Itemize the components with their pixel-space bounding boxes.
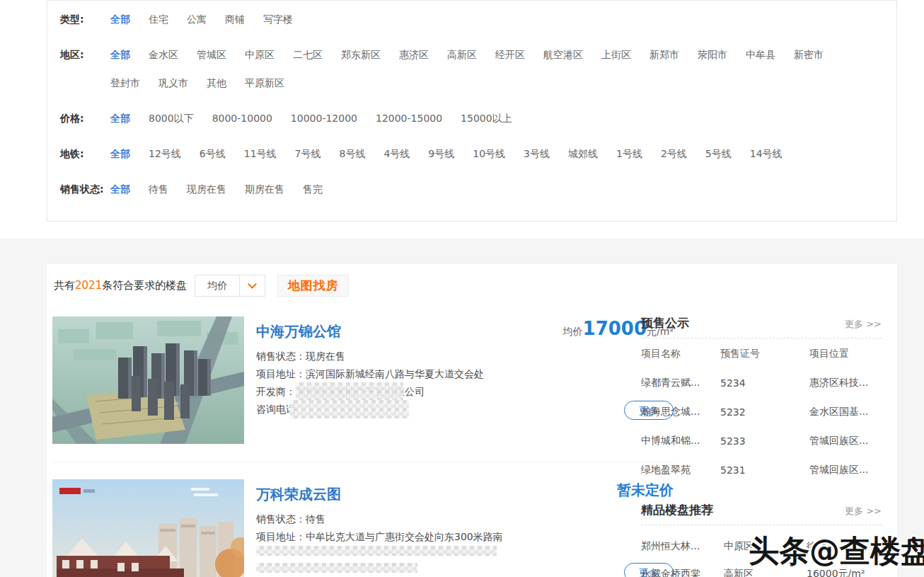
listing-image[interactable]: [52, 479, 244, 577]
featured-more-link[interactable]: 更多 >>: [845, 505, 882, 518]
filter-option[interactable]: 郑东新区: [341, 47, 381, 62]
filter-option[interactable]: 巩义市: [158, 76, 188, 90]
filter-option[interactable]: 公寓: [187, 12, 207, 26]
filter-option[interactable]: 管城区: [197, 47, 226, 62]
project-name[interactable]: 瀚海思念城...: [641, 406, 720, 418]
project-location: 管城回族区...: [809, 464, 882, 476]
filter-option[interactable]: 待售: [149, 182, 168, 196]
filter-option[interactable]: 航空港区: [543, 47, 583, 62]
filter-option[interactable]: 经开区: [495, 47, 525, 62]
project-location: 惠济区科技...: [809, 377, 882, 389]
filter-option[interactable]: 3号线: [524, 147, 550, 161]
price-label: 均价: [563, 326, 583, 337]
filter-option[interactable]: 10000-12000: [291, 111, 357, 125]
filter-option[interactable]: 8号线: [340, 147, 366, 161]
filter-option[interactable]: 5号线: [705, 147, 732, 161]
table-row[interactable]: 绿都青云赋...5234惠济区科技...: [641, 377, 882, 389]
filter-option[interactable]: 售完: [303, 182, 323, 196]
project-location: 管城回族区...: [809, 435, 882, 447]
featured-title: 精品楼盘推荐: [641, 502, 713, 518]
results-header: 共有2021条符合要求的楼盘 均价 地图找房: [54, 275, 349, 297]
filter-option[interactable]: 其他: [207, 76, 226, 90]
featured-header: 精品楼盘推荐 更多 >>: [641, 502, 882, 518]
project-name[interactable]: 绿都青云赋...: [641, 377, 720, 389]
table-row[interactable]: 绿地盈翠苑5231管城回族区...: [641, 464, 882, 476]
filter-option[interactable]: 全部: [110, 12, 130, 26]
filter-option[interactable]: 全部: [110, 111, 130, 125]
filter-option[interactable]: 全部: [110, 182, 130, 196]
address-value: 中牟比克大道与广惠街交会处向东300米路南: [306, 531, 503, 542]
column-header: 项目位置: [809, 348, 882, 360]
sort-dropdown[interactable]: 均价: [195, 275, 265, 297]
filter-option[interactable]: 全部: [110, 147, 130, 161]
filter-option[interactable]: 4号线: [383, 147, 410, 161]
filter-option[interactable]: 新郑市: [649, 47, 679, 62]
filter-option[interactable]: 全部: [110, 47, 130, 62]
map-search-button[interactable]: 地图找房: [277, 275, 349, 297]
filter-option[interactable]: 中牟县: [746, 47, 775, 62]
filter-label: 地区:: [60, 47, 110, 90]
column-header: 项目名称: [641, 348, 720, 360]
chevron-down-icon[interactable]: [240, 275, 265, 296]
filter-option[interactable]: 上街区: [601, 47, 631, 62]
filter-label: 地铁:: [60, 147, 110, 161]
presale-header: 预售公示 更多 >>: [641, 315, 882, 331]
filter-option[interactable]: 7号线: [295, 147, 321, 161]
address-label: 项目地址：: [256, 368, 306, 379]
filter-option[interactable]: 平原新区: [245, 76, 284, 90]
listing-address: 项目地址：滨河国际新城经南八路与华夏大道交会处: [256, 367, 484, 381]
filter-option[interactable]: 6号线: [200, 147, 226, 161]
sort-dropdown-value[interactable]: 均价: [195, 275, 240, 296]
filter-option[interactable]: 城郊线: [568, 147, 598, 161]
filter-option[interactable]: 12号线: [149, 147, 181, 161]
listing-title[interactable]: 中海万锦公馆: [256, 322, 341, 341]
listing-status: 销售状态：现房在售: [256, 350, 345, 363]
filter-option[interactable]: 10号线: [473, 147, 505, 161]
filter-option[interactable]: 2号线: [661, 147, 687, 161]
count-number: 2021: [75, 279, 102, 292]
presale-module: 预售公示 更多 >> 项目名称预售证号项目位置绿都青云赋...5234惠济区科技…: [641, 315, 882, 476]
presale-more-link[interactable]: 更多 >>: [845, 318, 882, 331]
filter-option[interactable]: 14号线: [750, 147, 782, 161]
filter-option[interactable]: 荥阳市: [698, 47, 727, 62]
filter-option[interactable]: 现房在售: [187, 182, 226, 196]
filter-option[interactable]: 写字楼: [263, 12, 293, 26]
count-suffix: 条符合要求的楼盘: [102, 279, 187, 292]
filter-option[interactable]: 惠济区: [399, 47, 429, 62]
filter-option[interactable]: 12000-15000: [376, 111, 442, 125]
project-name[interactable]: 绿地盈翠苑: [641, 464, 720, 476]
project-name[interactable]: 郑州恒大林...: [641, 540, 724, 553]
listing-status: 销售状态：待售: [256, 513, 325, 526]
page: 类型:全部住宅公寓商铺写字楼地区:全部金水区管城区中原区二七区郑东新区惠济区高新…: [0, 0, 924, 577]
filter-option[interactable]: 8000-10000: [212, 111, 272, 125]
filter-option[interactable]: 住宅: [149, 12, 168, 26]
filter-option[interactable]: 高新区: [447, 47, 477, 62]
filter-option[interactable]: 登封市: [110, 76, 140, 90]
divider: [641, 525, 882, 525]
filter-label: 类型:: [60, 12, 110, 26]
filter-option[interactable]: 8000以下: [149, 111, 194, 125]
listing-title[interactable]: 万科荣成云图: [256, 485, 341, 504]
listing-image[interactable]: [52, 316, 244, 444]
listing-info: 中海万锦公馆 均价17000元/m² 销售状态：现房在售 项目地址：滨河国际新城…: [256, 316, 674, 444]
project-name[interactable]: 中博城和锦...: [641, 435, 720, 447]
listing-divider: [52, 462, 674, 462]
filter-option[interactable]: 15000以上: [461, 111, 512, 125]
count-prefix: 共有: [54, 279, 75, 292]
filter-option[interactable]: 1号线: [616, 147, 642, 161]
filter-option[interactable]: 新密市: [794, 47, 824, 62]
filter-option[interactable]: 11号线: [244, 147, 277, 161]
results-count: 共有2021条符合要求的楼盘: [54, 279, 187, 292]
project-location: 金水区国基...: [809, 406, 882, 418]
table-row[interactable]: 瀚海思念城...5232金水区国基...: [641, 406, 882, 418]
filter-option[interactable]: 二七区: [293, 47, 323, 62]
project-name[interactable]: 永威金桥西棠: [641, 568, 724, 577]
filter-option[interactable]: 中原区: [245, 47, 275, 62]
filter-option[interactable]: 商铺: [225, 12, 245, 26]
filter-option[interactable]: 期房在售: [245, 182, 284, 196]
listing-phone: 咨询电话: [256, 403, 296, 416]
filter-option[interactable]: 金水区: [149, 47, 178, 62]
filter-label: 价格:: [60, 111, 110, 125]
filter-option[interactable]: 9号线: [428, 147, 454, 161]
table-row[interactable]: 中博城和锦...5233管城回族区...: [641, 435, 882, 447]
